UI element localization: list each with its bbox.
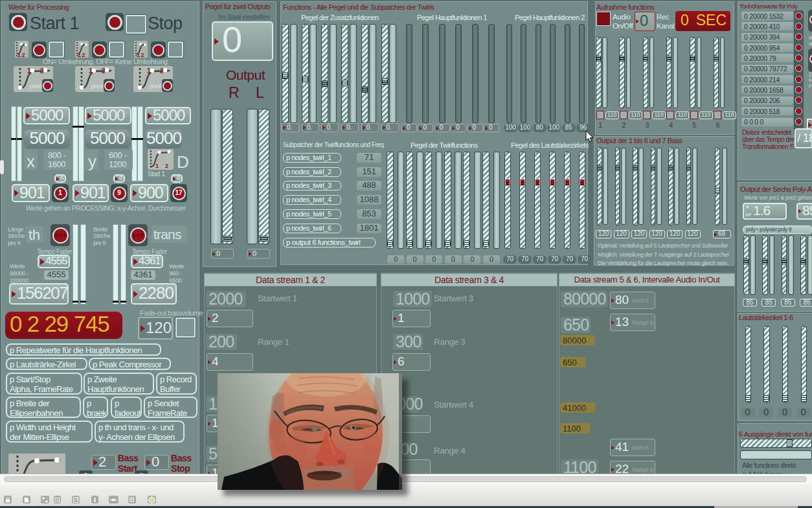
- svg-text:1: 1: [27, 67, 31, 75]
- svg-text:2: 2: [40, 67, 44, 75]
- svg-text:1: 1: [147, 67, 151, 75]
- svg-text:2: 2: [165, 163, 168, 169]
- svg-text:2: 2: [102, 67, 106, 75]
- svg-text:2: 2: [160, 67, 164, 75]
- svg-text:1: 1: [155, 163, 159, 169]
- svg-text:1: 1: [89, 67, 93, 75]
